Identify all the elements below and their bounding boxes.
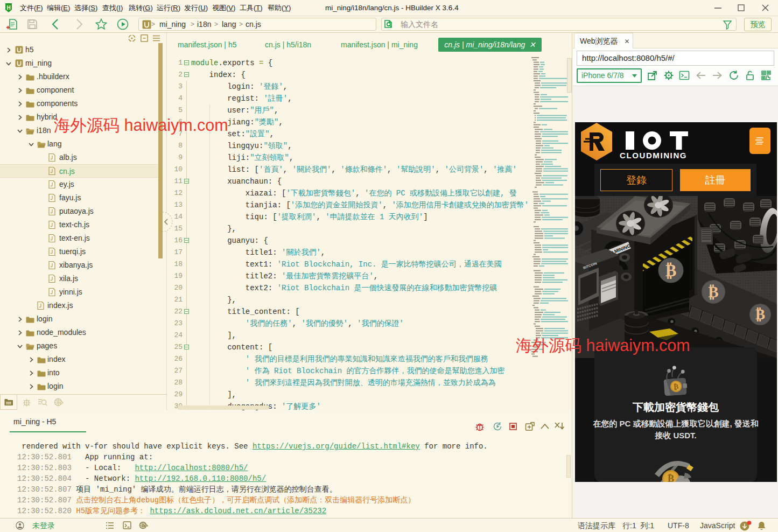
svg-text:₿: ₿: [674, 382, 679, 391]
svg-text:₿: ₿: [665, 261, 677, 280]
svg-text:H: H: [6, 5, 10, 11]
svg-text:₿: ₿: [755, 306, 765, 323]
svg-text:₿: ₿: [668, 473, 674, 482]
svg-text:₿: ₿: [708, 283, 718, 300]
